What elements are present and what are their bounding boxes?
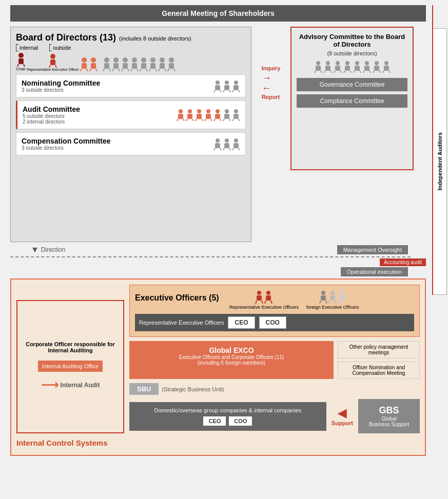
svg-rect-113 bbox=[345, 66, 350, 71]
svg-line-26 bbox=[122, 69, 123, 71]
svg-rect-29 bbox=[132, 63, 137, 69]
svg-line-90 bbox=[214, 148, 215, 150]
red-connector-line bbox=[432, 5, 433, 295]
chair-person-icon bbox=[17, 52, 25, 67]
foreign-exec-officer-icon-1 bbox=[319, 290, 327, 304]
svg-line-111 bbox=[340, 71, 341, 73]
svg-rect-125 bbox=[374, 66, 379, 71]
svg-line-126 bbox=[373, 71, 374, 73]
svg-line-70 bbox=[196, 119, 197, 121]
flow-row-1: ▼ Direction Management Oversight bbox=[10, 245, 426, 254]
svg-line-146 bbox=[329, 301, 330, 304]
top-section: Board of Directors (13) (includes 8 outs… bbox=[10, 27, 443, 242]
global-exco-title: Global EXCO bbox=[134, 346, 328, 354]
gbs-sub2: Business Support bbox=[363, 422, 415, 427]
outside-director-icon-6 bbox=[149, 57, 157, 71]
nominating-committee-row: Nominating Committee 3 outside directors bbox=[16, 74, 246, 97]
svg-rect-17 bbox=[104, 63, 109, 69]
svg-rect-25 bbox=[123, 63, 128, 69]
global-exco-sub1: Executive Officers and Corporate Officer… bbox=[134, 354, 328, 360]
governance-committee: Governance Committee bbox=[297, 78, 407, 91]
internal-control-systems: Corporate Officer responsible for Intern… bbox=[10, 278, 426, 456]
svg-line-66 bbox=[186, 119, 187, 121]
svg-line-62 bbox=[177, 119, 178, 121]
svg-line-71 bbox=[202, 119, 203, 121]
report-label: Report bbox=[262, 94, 281, 100]
svg-line-123 bbox=[369, 71, 371, 73]
compensation-committee-name: Compensation Committee bbox=[22, 137, 110, 145]
svg-line-22 bbox=[112, 69, 113, 71]
svg-line-102 bbox=[315, 71, 316, 73]
inquiry-arrow-icon: → bbox=[262, 72, 281, 83]
svg-line-38 bbox=[149, 69, 150, 71]
svg-point-4 bbox=[50, 54, 55, 59]
audit-committee-name: Audit Committee bbox=[23, 105, 80, 113]
svg-line-11 bbox=[87, 69, 88, 71]
direction-arrow-icon: ▼ bbox=[31, 245, 39, 254]
global-exco-row: Global EXCO Executive Officers and Corpo… bbox=[129, 341, 420, 379]
exec-officers-title: Executive Officers (5) bbox=[135, 293, 219, 303]
svg-line-75 bbox=[211, 119, 212, 121]
ceo-box: CEO bbox=[228, 316, 255, 329]
svg-line-51 bbox=[220, 90, 221, 92]
direction-label: Direction bbox=[41, 246, 65, 253]
domestic-label: Domestic/overseas group companies & inte… bbox=[137, 407, 319, 413]
dashed-divider bbox=[10, 256, 411, 257]
svg-line-43 bbox=[165, 69, 166, 71]
report-arrow-icon: ← bbox=[262, 83, 281, 93]
domestic-ceo-box: CEO bbox=[203, 416, 226, 426]
audit-committee-sub2: 2 internal directors bbox=[23, 119, 80, 125]
flow-row-2: Accounting audit bbox=[10, 258, 426, 266]
svg-point-56 bbox=[234, 81, 238, 85]
svg-rect-1 bbox=[18, 58, 24, 64]
operational-execution-label: Operational execution bbox=[341, 267, 408, 276]
advisory-committee-box: Advisory Committee to the Board of Direc… bbox=[290, 27, 414, 170]
svg-line-42 bbox=[159, 69, 160, 71]
svg-rect-45 bbox=[169, 63, 174, 69]
sbu-label: SBU bbox=[129, 383, 159, 395]
svg-line-46 bbox=[168, 69, 169, 71]
svg-line-27 bbox=[128, 69, 129, 71]
corp-officer-text: Corporate Officer responsible for Intern… bbox=[23, 341, 118, 353]
outside-director-icon-2 bbox=[112, 57, 120, 71]
internal-auditing-office-label: Internal Auditing Office bbox=[38, 361, 103, 372]
svg-rect-117 bbox=[355, 66, 360, 71]
svg-point-64 bbox=[188, 109, 192, 113]
management-oversight-label: Management Oversight bbox=[337, 245, 408, 254]
svg-line-39 bbox=[155, 69, 157, 71]
svg-rect-21 bbox=[113, 63, 119, 69]
svg-line-10 bbox=[81, 69, 82, 71]
svg-rect-141 bbox=[321, 295, 326, 301]
compensation-committee-icons bbox=[213, 138, 240, 150]
svg-rect-89 bbox=[215, 143, 220, 148]
chair-label: Chair bbox=[16, 67, 26, 71]
svg-point-112 bbox=[345, 61, 349, 65]
gbs-sub1: Global bbox=[363, 416, 415, 422]
svg-point-28 bbox=[132, 57, 137, 63]
nominating-committee-icons bbox=[213, 80, 240, 92]
sbu-row: SBU (Strategic Business Unit) bbox=[129, 383, 420, 395]
rep-exec-officer-icon-1 bbox=[255, 290, 263, 304]
rep-exec-person-icon bbox=[49, 53, 57, 68]
svg-line-19 bbox=[109, 69, 110, 71]
audit-committee-icons bbox=[177, 109, 240, 121]
svg-line-115 bbox=[350, 71, 351, 73]
domestic-ceo-coo-row: CEO COO bbox=[137, 416, 319, 426]
svg-point-40 bbox=[160, 57, 165, 63]
sbu-sub: (Strategic Business Unit) bbox=[162, 386, 224, 392]
svg-rect-121 bbox=[364, 66, 369, 71]
foreign-exec-officers-label: foreign Executive Officers bbox=[306, 305, 359, 310]
board-title: Board of Directors (13) bbox=[16, 32, 116, 43]
domestic-coo-box: COO bbox=[229, 416, 252, 426]
svg-line-130 bbox=[383, 71, 384, 73]
svg-line-142 bbox=[320, 301, 321, 304]
svg-line-86 bbox=[232, 119, 233, 121]
svg-rect-137 bbox=[266, 295, 271, 301]
outside-director-icon-4 bbox=[130, 57, 139, 71]
svg-line-98 bbox=[232, 148, 233, 150]
svg-line-35 bbox=[146, 69, 147, 71]
coo-box: COO bbox=[259, 316, 286, 329]
rep-exec-officers-label: Representative Executive Officers bbox=[229, 305, 299, 310]
internal-audit-label: Internal Audit bbox=[61, 382, 100, 389]
svg-line-94 bbox=[223, 148, 224, 150]
